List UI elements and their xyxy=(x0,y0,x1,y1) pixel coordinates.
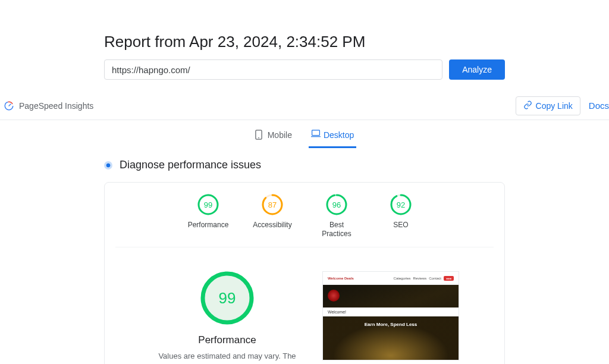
score-item-accessibility[interactable]: 87Accessibility xyxy=(249,193,296,239)
preview-nav-item: Contact xyxy=(429,277,441,280)
main-score-label: Performance xyxy=(198,334,256,346)
mobile-icon xyxy=(255,130,263,140)
svg-line-2 xyxy=(9,104,11,106)
preview-nav-item: Reviews xyxy=(413,277,427,280)
results-card: 99Performance87Accessibility96BestPracti… xyxy=(104,182,505,364)
device-tabs: Mobile Desktop xyxy=(0,120,609,148)
brand-name: PageSpeed Insights xyxy=(19,101,93,111)
header-bar: PageSpeed Insights Copy Link Docs xyxy=(0,92,609,120)
score-gauge: 96 xyxy=(325,193,348,216)
site-screenshot-preview: Welcome Deals Categories Reviews Contact… xyxy=(322,271,459,360)
pagespeed-logo-icon xyxy=(4,101,14,111)
preview-nav-item: Categories xyxy=(394,277,411,280)
report-title: Report from Apr 23, 2024, 2:34:52 PM xyxy=(104,33,505,51)
docs-link[interactable]: Docs xyxy=(589,101,609,111)
main-score-value: 99 xyxy=(200,271,254,325)
diagnose-heading-row: Diagnose performance issues xyxy=(104,159,505,171)
main-score-gauge: 99 xyxy=(200,271,254,325)
score-value: 99 xyxy=(197,193,219,216)
analyze-button[interactable]: Analyze xyxy=(449,59,505,80)
preview-hero-text: Earn More, Spend Less xyxy=(365,322,417,360)
diagnose-dot-icon xyxy=(104,161,112,170)
score-label: BestPractices xyxy=(322,221,351,239)
desktop-icon xyxy=(311,130,319,140)
tab-mobile[interactable]: Mobile xyxy=(253,126,294,148)
score-value: 96 xyxy=(325,193,348,216)
tab-mobile-label: Mobile xyxy=(268,130,292,140)
copy-link-label: Copy Link xyxy=(536,101,573,111)
brand[interactable]: PageSpeed Insights xyxy=(4,101,93,111)
score-value: 87 xyxy=(261,193,284,216)
copy-link-button[interactable]: Copy Link xyxy=(516,96,580,115)
preview-nav-brand: Welcome Deals xyxy=(328,277,354,280)
url-input-row: Analyze xyxy=(104,59,505,80)
main-score-note: Values are estimated and may vary. The xyxy=(158,351,296,362)
score-label: SEO xyxy=(393,221,408,230)
preview-nav-chip: ●●● xyxy=(444,276,454,281)
preview-badge-icon xyxy=(328,290,340,302)
diagnose-heading: Diagnose performance issues xyxy=(120,159,261,171)
svg-rect-5 xyxy=(312,130,320,136)
svg-point-4 xyxy=(258,137,259,139)
score-row: 99Performance87Accessibility96BestPracti… xyxy=(115,193,494,247)
score-label: Performance xyxy=(188,221,229,230)
score-gauge: 99 xyxy=(197,193,219,216)
tab-desktop-label: Desktop xyxy=(324,130,354,140)
score-gauge: 87 xyxy=(261,193,284,216)
preview-welcome: Welcome! xyxy=(323,307,459,316)
main-performance-block: 99 Performance Values are estimated and … xyxy=(150,271,304,362)
score-label: Accessibility xyxy=(253,221,291,230)
link-icon xyxy=(523,101,532,111)
tab-desktop[interactable]: Desktop xyxy=(309,126,356,148)
url-input[interactable] xyxy=(104,59,442,80)
score-gauge: 92 xyxy=(390,193,412,216)
score-value: 92 xyxy=(390,193,412,216)
score-item-performance[interactable]: 99Performance xyxy=(184,193,232,239)
score-item-seo[interactable]: 92SEO xyxy=(377,193,425,239)
score-item-best-practices[interactable]: 96BestPractices xyxy=(313,193,360,239)
